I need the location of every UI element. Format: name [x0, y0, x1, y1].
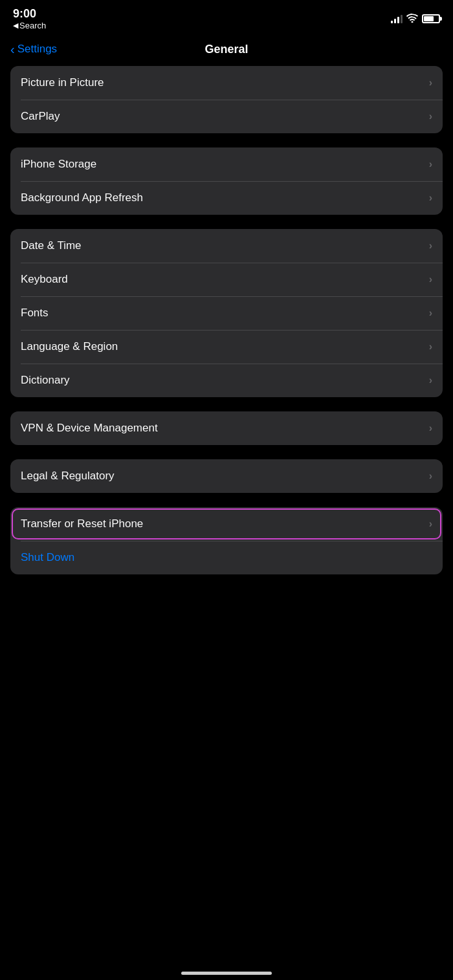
settings-row-shut-down[interactable]: Shut Down — [10, 541, 443, 574]
settings-row-date-time[interactable]: Date & Time › — [10, 229, 443, 263]
status-search: ◀ Search — [13, 21, 46, 30]
row-label-picture-in-picture: Picture in Picture — [21, 76, 104, 89]
row-right-carplay: › — [429, 111, 432, 122]
battery-icon — [422, 14, 440, 23]
chevron-right-icon: › — [429, 111, 432, 122]
chevron-right-icon: › — [429, 422, 432, 434]
row-label-vpn-device-management: VPN & Device Management — [21, 422, 158, 435]
signal-bars-icon — [391, 14, 403, 23]
group-language: Date & Time › Keyboard › Fonts › Languag… — [10, 229, 443, 397]
row-label-language-region: Language & Region — [21, 340, 118, 353]
row-right-iphone-storage: › — [429, 158, 432, 170]
chevron-right-icon: › — [429, 341, 432, 353]
chevron-right-icon: › — [429, 274, 432, 285]
wifi-icon — [406, 14, 418, 25]
chevron-right-icon: › — [429, 77, 432, 89]
row-right-fonts: › — [429, 307, 432, 319]
group-storage-refresh: iPhone Storage › Background App Refresh … — [10, 147, 443, 215]
chevron-right-icon: › — [429, 375, 432, 386]
back-chevron-icon: ◀ — [13, 21, 18, 30]
page-title: General — [204, 43, 248, 56]
row-right-background-app-refresh: › — [429, 192, 432, 204]
row-right-vpn-device-management: › — [429, 422, 432, 434]
status-icons — [391, 14, 440, 25]
row-label-carplay: CarPlay — [21, 110, 60, 123]
status-time: 9:00 — [13, 7, 46, 21]
row-label-fonts: Fonts — [21, 307, 49, 320]
row-label-background-app-refresh: Background App Refresh — [21, 191, 143, 204]
chevron-right-icon: › — [429, 158, 432, 170]
chevron-right-icon: › — [429, 518, 432, 530]
settings-row-iphone-storage[interactable]: iPhone Storage › — [10, 147, 443, 181]
settings-row-transfer-reset[interactable]: Transfer or Reset iPhone › — [10, 507, 443, 541]
row-label-dictionary: Dictionary — [21, 374, 70, 387]
chevron-right-icon: › — [429, 470, 432, 482]
settings-row-legal-regulatory[interactable]: Legal & Regulatory › — [10, 459, 443, 493]
group-legal: Legal & Regulatory › — [10, 459, 443, 493]
group-reset: Transfer or Reset iPhone › Shut Down — [10, 507, 443, 574]
settings-row-dictionary[interactable]: Dictionary › — [10, 364, 443, 397]
settings-row-keyboard[interactable]: Keyboard › — [10, 263, 443, 296]
settings-content: Picture in Picture › CarPlay › iPhone St… — [0, 66, 453, 589]
back-button[interactable]: ‹ Settings — [10, 42, 57, 57]
settings-row-language-region[interactable]: Language & Region › — [10, 330, 443, 364]
home-indicator — [181, 972, 272, 975]
chevron-left-icon: ‹ — [10, 42, 15, 57]
group-picture-carplay: Picture in Picture › CarPlay › — [10, 66, 443, 133]
row-label-transfer-reset: Transfer or Reset iPhone — [21, 517, 143, 530]
row-right-date-time: › — [429, 240, 432, 252]
chevron-right-icon: › — [429, 307, 432, 319]
row-label-shut-down: Shut Down — [21, 551, 74, 564]
row-right-picture-in-picture: › — [429, 77, 432, 89]
status-bar: 9:00 ◀ Search — [0, 0, 453, 32]
row-right-language-region: › — [429, 341, 432, 353]
group-vpn: VPN & Device Management › — [10, 411, 443, 445]
settings-row-picture-in-picture[interactable]: Picture in Picture › — [10, 66, 443, 100]
row-label-legal-regulatory: Legal & Regulatory — [21, 470, 115, 483]
settings-row-vpn-device-management[interactable]: VPN & Device Management › — [10, 411, 443, 445]
row-label-iphone-storage: iPhone Storage — [21, 158, 96, 171]
row-right-keyboard: › — [429, 274, 432, 285]
row-right-dictionary: › — [429, 375, 432, 386]
back-label: Settings — [17, 43, 57, 56]
row-right-legal-regulatory: › — [429, 470, 432, 482]
chevron-right-icon: › — [429, 240, 432, 252]
chevron-right-icon: › — [429, 192, 432, 204]
row-label-keyboard: Keyboard — [21, 273, 68, 286]
row-right-transfer-reset: › — [429, 518, 432, 530]
settings-row-carplay[interactable]: CarPlay › — [10, 100, 443, 133]
settings-row-fonts[interactable]: Fonts › — [10, 296, 443, 330]
status-left: 9:00 ◀ Search — [13, 7, 46, 30]
settings-row-background-app-refresh[interactable]: Background App Refresh › — [10, 181, 443, 215]
nav-header: ‹ Settings General — [0, 32, 453, 66]
row-label-date-time: Date & Time — [21, 239, 82, 252]
